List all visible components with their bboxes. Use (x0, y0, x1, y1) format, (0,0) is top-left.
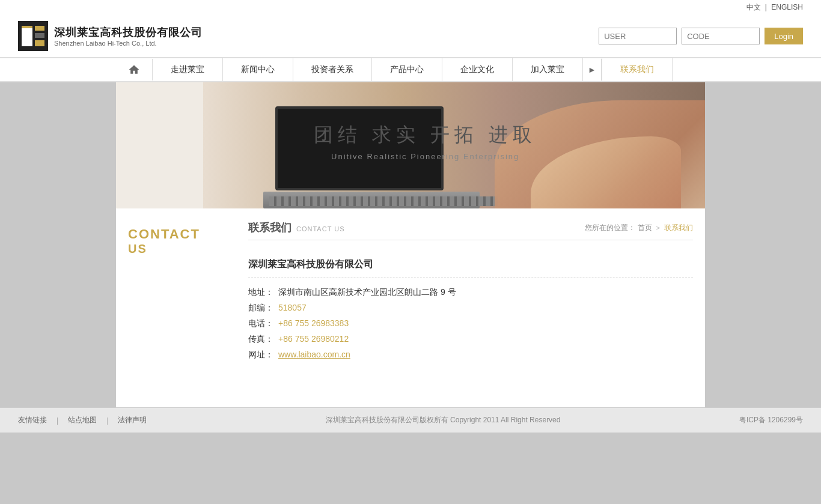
value-phone: +86 755 26983383 (278, 318, 349, 328)
logo-area: 深圳莱宝高科技股份有限公司 Shenzhen Laibao Hi-Tech Co… (18, 21, 203, 51)
breadcrumb: 您所在的位置： 首页 ＞ 联系我们 (585, 223, 693, 233)
lang-separator: | (765, 3, 767, 11)
sidebar-title-line1: CONTACT (116, 226, 236, 242)
nav-item-join[interactable]: 加入莱宝 (513, 58, 583, 81)
section-header: 联系我们 CONTACT US 您所在的位置： 首页 ＞ 联系我们 (248, 220, 693, 240)
code-input[interactable] (682, 28, 760, 44)
sidebar: CONTACT US (116, 208, 236, 383)
lang-cn-link[interactable]: 中文 (746, 3, 761, 11)
nav-item-culture[interactable]: 企业文化 (442, 58, 513, 81)
banner-text: 团结 求实 开拓 进取 Unitive Realistic Pioneering… (314, 122, 537, 161)
nav-item-investor[interactable]: 投资者关系 (293, 58, 372, 81)
label-postal: 邮编： (248, 303, 278, 314)
footer-link-sitemap[interactable]: 站点地图 (68, 415, 97, 425)
footer: 友情链接 | 站点地图 | 法律声明 深圳莱宝高科技股份有限公司版权所有 Cop… (0, 407, 821, 433)
user-input[interactable] (599, 28, 677, 44)
banner-left-panel (116, 82, 203, 208)
svg-rect-1 (22, 26, 32, 46)
top-bar: 中文 | ENGLISH (0, 0, 821, 15)
value-fax: +86 755 26980212 (278, 334, 349, 344)
breadcrumb-arrow: ＞ (655, 223, 662, 233)
contact-row-fax: 传真： +86 755 26980212 (248, 334, 693, 345)
label-phone: 电话： (248, 318, 278, 329)
banner-container: 团结 求实 开拓 进取 Unitive Realistic Pioneering… (116, 82, 705, 208)
footer-link-legal[interactable]: 法律声明 (118, 415, 147, 425)
header: 深圳莱宝高科技股份有限公司 Shenzhen Laibao Hi-Tech Co… (0, 15, 821, 58)
contact-row-phone: 电话： +86 755 26983383 (248, 318, 693, 329)
label-website: 网址： (248, 350, 278, 360)
contact-row-address: 地址： 深圳市南山区高新技术产业园北区朗山二路 9 号 (248, 287, 693, 298)
nav-item-contact[interactable]: 联系我们 (602, 58, 673, 81)
logo-chinese: 深圳莱宝高科技股份有限公司 (54, 25, 203, 40)
value-address: 深圳市南山区高新技术产业园北区朗山二路 9 号 (278, 287, 456, 298)
nav-item-products[interactable]: 产品中心 (372, 58, 442, 81)
company-name: 深圳莱宝高科技股份有限公司 (248, 258, 693, 278)
label-fax: 传真： (248, 334, 278, 345)
content-area: 联系我们 CONTACT US 您所在的位置： 首页 ＞ 联系我们 深圳莱宝高科… (236, 208, 705, 383)
breadcrumb-prefix: 您所在的位置： (585, 223, 635, 233)
label-address: 地址： (248, 287, 278, 298)
contact-row-website: 网址： www.laibao.com.cn (248, 350, 693, 360)
nav-item-news[interactable]: 新闻中心 (223, 58, 293, 81)
footer-links: 友情链接 | 站点地图 | 法律声明 (18, 415, 147, 425)
svg-rect-2 (22, 26, 32, 28)
banner-title-english: Unitive Realistic Pioneering Enterprisin… (314, 152, 537, 161)
banner: 团结 求实 开拓 进取 Unitive Realistic Pioneering… (116, 82, 705, 208)
banner-title-chinese: 团结 求实 开拓 进取 (314, 122, 537, 148)
svg-rect-5 (35, 40, 44, 46)
contact-card: 深圳莱宝高科技股份有限公司 地址： 深圳市南山区高新技术产业园北区朗山二路 9 … (248, 252, 693, 371)
logo-text: 深圳莱宝高科技股份有限公司 Shenzhen Laibao Hi-Tech Co… (54, 25, 203, 47)
breadcrumb-home-link[interactable]: 首页 (638, 223, 652, 233)
contact-info: 地址： 深圳市南山区高新技术产业园北区朗山二路 9 号 邮编： 518057 电… (248, 287, 693, 360)
section-title-chinese: 联系我们 (248, 220, 291, 235)
logo-english: Shenzhen Laibao Hi-Tech Co., Ltd. (54, 40, 203, 47)
value-postal: 518057 (278, 303, 307, 312)
svg-rect-4 (35, 33, 44, 38)
contact-row-postal: 邮编： 518057 (248, 303, 693, 314)
main-content: CONTACT US 联系我们 CONTACT US 您所在的位置： 首页 ＞ … (116, 208, 705, 407)
lang-en-link[interactable]: ENGLISH (771, 3, 803, 11)
section-title-area: 联系我们 CONTACT US (248, 220, 345, 235)
login-area: Login (599, 28, 803, 44)
nav-bar: 走进莱宝 新闻中心 投资者关系 产品中心 企业文化 加入莱宝 ► 联系我们 (0, 58, 821, 82)
section-title-english: CONTACT US (296, 225, 345, 232)
logo-icon (18, 21, 48, 51)
sidebar-title-line2: US (116, 242, 236, 256)
login-button[interactable]: Login (765, 28, 803, 44)
nav-arrow-button[interactable]: ► (583, 59, 602, 80)
nav-home-button[interactable] (116, 59, 153, 80)
value-website[interactable]: www.laibao.com.cn (278, 350, 350, 359)
footer-link-friends[interactable]: 友情链接 (18, 415, 47, 425)
home-icon (128, 64, 140, 76)
svg-rect-3 (35, 26, 44, 31)
nav-item-about[interactable]: 走进莱宝 (153, 58, 223, 81)
breadcrumb-current: 联系我们 (664, 223, 693, 233)
footer-icp: 粤ICP备 1206299号 (739, 415, 803, 425)
footer-copyright: 深圳莱宝高科技股份有限公司版权所有 Copyright 2011 All Rig… (147, 415, 739, 425)
